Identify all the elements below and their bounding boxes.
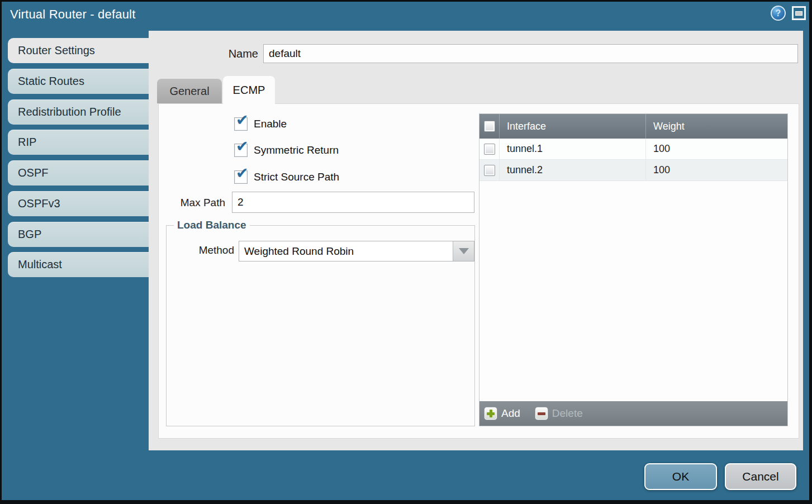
checkmark-icon: ✔ bbox=[236, 139, 249, 154]
symmetric-return-label: Symmetric Return bbox=[254, 144, 339, 156]
interface-cell: tunnel.2 bbox=[499, 160, 645, 180]
weight-cell: 100 bbox=[645, 160, 787, 180]
interface-column-header: Interface bbox=[499, 114, 645, 139]
tab-label: General bbox=[169, 85, 209, 98]
tab-label: ECMP bbox=[233, 84, 265, 97]
sidebar-item-ospf[interactable]: OSPF bbox=[8, 160, 149, 186]
name-input[interactable] bbox=[263, 44, 798, 63]
add-button-label: Add bbox=[501, 407, 520, 420]
method-dropdown[interactable]: Weighted Round Robin bbox=[239, 241, 474, 261]
tab-ecmp[interactable]: ECMP bbox=[223, 76, 275, 104]
enable-label: Enable bbox=[254, 118, 287, 130]
sidebar-item-label: OSPFv3 bbox=[18, 197, 60, 210]
minus-icon bbox=[535, 407, 548, 420]
strict-source-path-label: Strict Source Path bbox=[254, 171, 339, 183]
load-balance-legend: Load Balance bbox=[174, 219, 250, 231]
sidebar-item-label: Static Routes bbox=[18, 75, 84, 88]
sidebar-item-label: RIP bbox=[18, 136, 36, 149]
dropdown-triangle bbox=[459, 248, 469, 254]
table-footer-toolbar: Add Delete bbox=[479, 401, 787, 426]
sidebar-item-label: Multicast bbox=[18, 258, 62, 271]
checkmark-icon: ✔ bbox=[236, 166, 249, 181]
symmetric-return-checkbox[interactable]: ✔ bbox=[234, 144, 248, 157]
sidebar-item-redistribution-profile[interactable]: Redistribution Profile bbox=[8, 99, 149, 125]
virtual-router-dialog: Virtual Router - default ? Router Settin… bbox=[0, 0, 812, 504]
select-all-checkbox[interactable] bbox=[484, 121, 495, 132]
row-checkbox[interactable] bbox=[484, 144, 495, 155]
ecmp-interface-table: Interface Weight tunnel.1 100 tunnel.2 1… bbox=[479, 113, 788, 426]
enable-checkbox-row: ✔ Enable bbox=[234, 117, 287, 131]
row-checkbox-cell bbox=[479, 160, 499, 180]
row-checkbox[interactable] bbox=[484, 165, 495, 176]
symmetric-return-checkbox-row: ✔ Symmetric Return bbox=[234, 144, 339, 157]
window-icon-pane bbox=[795, 11, 802, 16]
help-icon[interactable]: ? bbox=[771, 6, 786, 21]
tab-general[interactable]: General bbox=[157, 79, 222, 103]
strict-source-path-checkbox[interactable]: ✔ bbox=[234, 170, 248, 184]
sidebar-item-rip[interactable]: RIP bbox=[8, 130, 149, 155]
sidebar-item-multicast[interactable]: Multicast bbox=[8, 252, 149, 277]
table-row[interactable]: tunnel.1 100 bbox=[479, 139, 787, 160]
sidebar-item-router-settings[interactable]: Router Settings bbox=[8, 38, 149, 63]
delete-button[interactable]: Delete bbox=[535, 407, 583, 420]
sidebar-item-bgp[interactable]: BGP bbox=[8, 222, 149, 247]
chevron-down-icon[interactable] bbox=[453, 241, 474, 261]
header-checkbox-cell bbox=[479, 114, 499, 139]
table-row[interactable]: tunnel.2 100 bbox=[479, 160, 787, 181]
checkmark-icon: ✔ bbox=[236, 113, 249, 128]
method-label: Method bbox=[167, 244, 234, 256]
weight-column-header: Weight bbox=[645, 114, 787, 139]
table-header-row: Interface Weight bbox=[479, 114, 787, 139]
name-label: Name bbox=[186, 47, 258, 60]
method-value: Weighted Round Robin bbox=[239, 245, 354, 258]
sidebar-item-static-routes[interactable]: Static Routes bbox=[8, 69, 149, 94]
window-icon[interactable] bbox=[792, 6, 806, 20]
max-path-input[interactable] bbox=[232, 192, 474, 213]
sidebar-item-ospfv3[interactable]: OSPFv3 bbox=[8, 191, 149, 216]
dialog-title: Virtual Router - default bbox=[10, 7, 136, 22]
sidebar-item-label: BGP bbox=[18, 228, 41, 241]
sidebar-item-label: Redistribution Profile bbox=[18, 106, 121, 118]
cancel-button-label: Cancel bbox=[742, 470, 778, 483]
cancel-button[interactable]: Cancel bbox=[725, 463, 796, 490]
add-button[interactable]: Add bbox=[484, 407, 520, 420]
interface-cell: tunnel.1 bbox=[499, 139, 645, 159]
sidebar-item-label: OSPF bbox=[18, 167, 48, 179]
ok-button-label: OK bbox=[672, 470, 689, 483]
ok-button[interactable]: OK bbox=[644, 463, 717, 490]
row-checkbox-cell bbox=[479, 139, 499, 159]
max-path-label: Max Path bbox=[158, 197, 225, 209]
plus-icon bbox=[484, 407, 497, 420]
sidebar-item-label: Router Settings bbox=[18, 44, 95, 57]
weight-cell: 100 bbox=[645, 139, 787, 159]
help-glyph: ? bbox=[776, 8, 781, 18]
strict-source-path-checkbox-row: ✔ Strict Source Path bbox=[234, 170, 339, 184]
enable-checkbox[interactable]: ✔ bbox=[234, 117, 248, 131]
delete-button-label: Delete bbox=[552, 407, 583, 420]
